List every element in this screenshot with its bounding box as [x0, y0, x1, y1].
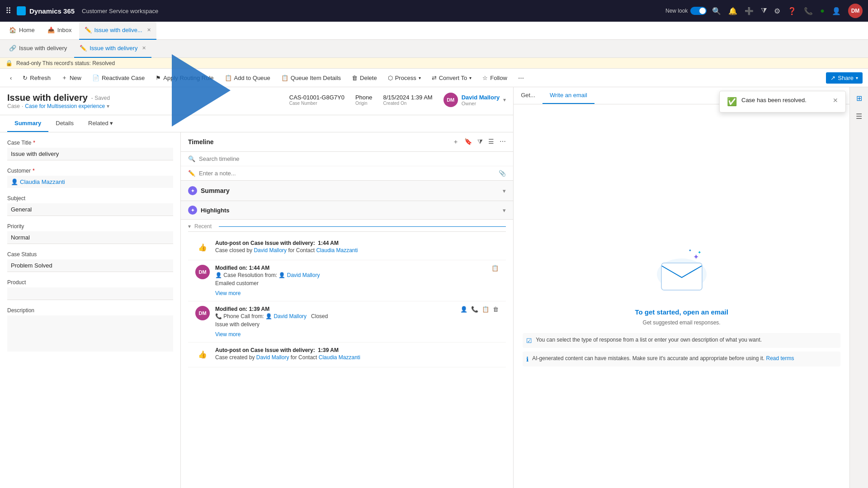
link-david-mallory2[interactable]: David Mallory: [287, 272, 320, 278]
breadcrumb-link[interactable]: Case for Multisession experience: [25, 103, 105, 109]
timeline-item-content: Auto-post on Case Issue with delivery: 1…: [215, 240, 499, 255]
reply-icon[interactable]: 📋: [491, 265, 499, 272]
link-claudia-mazzanti2[interactable]: Claudia Mazzanti: [319, 354, 360, 361]
brand-name: Dynamics 365: [29, 7, 75, 15]
secondary-tab-issue1-label: Issue with delivery: [19, 45, 67, 52]
summary-chevron-icon[interactable]: ▾: [503, 188, 506, 194]
delete-action-icon[interactable]: 🗑: [493, 306, 499, 313]
search-timeline-icon: 🔍: [188, 155, 195, 162]
email-action-icon[interactable]: 📋: [482, 306, 489, 313]
side-icon-1[interactable]: ⊞: [852, 91, 866, 105]
add-queue-button[interactable]: 📋 Add to Queue: [220, 72, 275, 84]
product-label: Product: [7, 279, 173, 286]
new-button[interactable]: ＋ New: [57, 71, 86, 84]
search-icon[interactable]: 🔍: [712, 7, 721, 15]
owner-chevron-icon[interactable]: ▾: [503, 97, 506, 103]
notifications-icon[interactable]: 🔔: [728, 7, 737, 15]
back-icon: ‹: [10, 75, 12, 81]
description-textarea[interactable]: [7, 315, 173, 352]
breadcrumb-chevron-icon[interactable]: ▾: [107, 103, 109, 109]
highlights-chevron-icon[interactable]: ▾: [503, 207, 506, 214]
phone-call-icon: 📞: [215, 313, 222, 319]
side-icon-2[interactable]: ☰: [852, 109, 866, 123]
person-action-icon[interactable]: 👤: [460, 306, 467, 313]
subject-input[interactable]: [7, 203, 173, 216]
customer-icon: 👤: [11, 178, 18, 185]
reactivate-button[interactable]: 📄 Reactivate Case: [88, 72, 149, 84]
link-david-mallory4[interactable]: David Mallory: [256, 354, 289, 361]
share-button[interactable]: ↗ Share: [826, 72, 863, 84]
new-look-toggle[interactable]: New look: [665, 7, 707, 15]
add-icon[interactable]: ➕: [745, 7, 754, 15]
queue-details-button[interactable]: 📋 Queue Item Details: [277, 72, 345, 84]
case-status-input[interactable]: [7, 259, 173, 272]
process-button[interactable]: ⬡ Process: [383, 72, 425, 84]
tab-close-icon[interactable]: ✕: [147, 27, 151, 33]
tab-home[interactable]: 🏠 Home: [4, 22, 40, 40]
tab-related[interactable]: Related ▾: [81, 115, 120, 132]
attachment-icon[interactable]: 📎: [499, 170, 506, 177]
new-look-switch[interactable]: [690, 7, 707, 15]
add-queue-label: Add to Queue: [234, 75, 270, 81]
link-claudia-mazzanti1[interactable]: Claudia Mazzanti: [316, 247, 358, 253]
description-label: Description: [7, 307, 173, 314]
timeline-title: Timeline: [188, 138, 214, 145]
bookmark-icon[interactable]: 🔖: [464, 138, 472, 146]
filter-icon[interactable]: ⧩: [761, 7, 767, 15]
customer-label: Customer *: [7, 168, 173, 174]
phone-action-icon[interactable]: 📞: [471, 306, 478, 313]
customer-link[interactable]: 👤 Claudia Mazzanti: [7, 176, 173, 188]
routing-button[interactable]: ⚑ Apply Routing Rule: [151, 72, 218, 84]
read-terms-link[interactable]: Read terms: [766, 355, 794, 361]
secondary-tab-issue1[interactable]: 🔗 Issue with delivery: [4, 40, 72, 58]
timeline-item-title: Auto-post on Case Issue with delivery: 1…: [215, 347, 499, 353]
tip-info-icon: ℹ: [526, 356, 528, 363]
convert-button[interactable]: ⇄ Convert To: [427, 72, 476, 84]
timeline-search-input[interactable]: [199, 155, 506, 162]
user-avatar[interactable]: DM: [848, 4, 863, 18]
tab-details[interactable]: Details: [48, 115, 81, 132]
add-timeline-icon[interactable]: ＋: [453, 138, 459, 146]
product-input[interactable]: [7, 287, 173, 300]
back-button[interactable]: ‹: [5, 72, 16, 84]
timeline-item: 👍 Auto-post on Case Issue with delivery:…: [188, 343, 506, 367]
case-title-input[interactable]: [7, 148, 173, 160]
tab-inbox[interactable]: 📥 Inbox: [42, 22, 77, 40]
settings-icon[interactable]: ⚙: [774, 7, 780, 15]
priority-input[interactable]: [7, 231, 173, 244]
view-more-link1[interactable]: View more: [215, 290, 241, 296]
tab-issue[interactable]: ✏️ Issue with delive... ✕: [79, 22, 156, 40]
summary-block: ✦ Summary ▾: [181, 181, 513, 201]
phone-icon[interactable]: 📞: [804, 7, 813, 15]
link-david-mallory1[interactable]: David Mallory: [254, 247, 287, 253]
tip-check-icon: ☑: [526, 337, 532, 344]
tab-summary[interactable]: Summary: [7, 115, 48, 132]
timeline-section: Timeline ＋ 🔖 ⧩ ☰ ⋯ 🔍 ✏️ 📎: [181, 132, 513, 488]
status-icon[interactable]: ●: [820, 7, 825, 15]
help-icon[interactable]: ❓: [788, 7, 797, 15]
delete-button[interactable]: 🗑 Delete: [347, 72, 382, 84]
note-text-input[interactable]: [199, 170, 495, 177]
more-timeline-icon[interactable]: ⋯: [500, 138, 506, 146]
follow-button[interactable]: ☆ Follow: [478, 72, 512, 84]
waffle-menu-icon[interactable]: ⠿: [5, 6, 11, 16]
right-tab-write-email[interactable]: Write an email: [542, 87, 594, 104]
more-button[interactable]: ⋯: [514, 72, 528, 84]
view-more-link2[interactable]: View more: [215, 331, 241, 338]
toast-close-icon[interactable]: ✕: [833, 97, 838, 104]
readonly-bar: 🔒 Read-only This record's status: Resolv…: [0, 58, 868, 69]
user-icon[interactable]: 👤: [832, 7, 841, 15]
filter-timeline-icon[interactable]: ⧩: [477, 138, 483, 146]
secondary-tab-close-icon[interactable]: ✕: [142, 45, 146, 51]
case-meta: CAS-01001-G8G7Y0 Case Number Phone Origi…: [289, 93, 506, 107]
secondary-tab-bar: 🔗 Issue with delivery ✏️ Issue with deli…: [0, 40, 868, 58]
link-david-mallory3[interactable]: David Mallory: [274, 313, 307, 319]
secondary-tab-issue2[interactable]: ✏️ Issue with delivery ✕: [74, 40, 151, 58]
process-chevron-icon: [419, 75, 421, 80]
recent-chevron-icon[interactable]: ▾: [188, 223, 191, 230]
list-icon[interactable]: ☰: [488, 138, 494, 146]
right-tab-get-started[interactable]: Get...: [514, 87, 542, 104]
case-origin: Phone Origin: [355, 94, 373, 106]
refresh-button[interactable]: ↻ Refresh: [18, 72, 55, 84]
owner-name[interactable]: David Mallory: [462, 94, 500, 101]
